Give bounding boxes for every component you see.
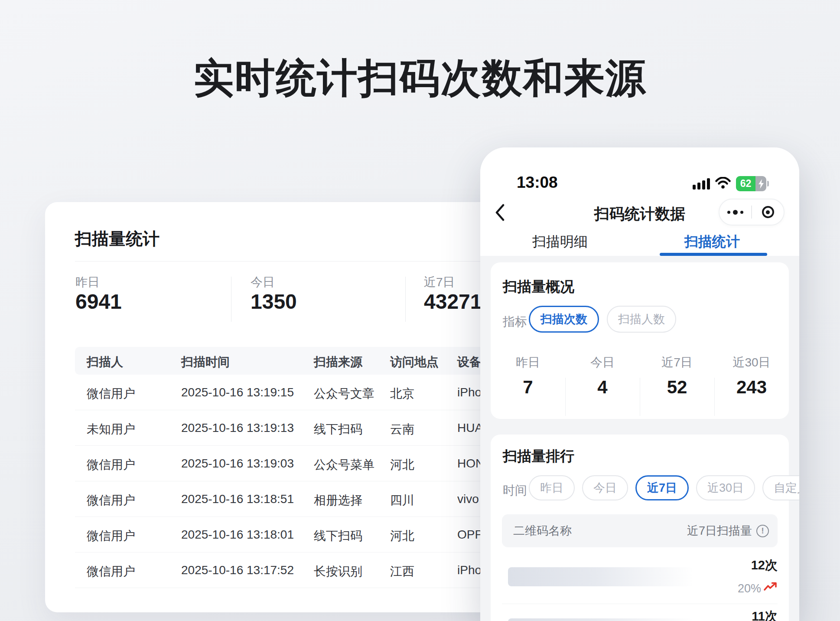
more-button[interactable] <box>720 199 751 225</box>
col-header-time: 扫描时间 <box>181 354 230 370</box>
row-divider <box>502 604 778 604</box>
trend-up-icon <box>764 582 778 595</box>
cell-time: 2025-10-16 13:19:15 <box>181 386 294 399</box>
ranking-table-header: 二维码名称 近7日扫描量 <box>502 514 778 547</box>
close-minimize-button[interactable] <box>752 199 784 225</box>
cell-time: 2025-10-16 13:18:01 <box>181 528 294 542</box>
scan-ranking-card: 扫描量排行 时间 昨日 今日 近7日 近30日 自定义 二维码名称 近7日扫描量… <box>491 435 789 621</box>
cell-source: 线下扫码 <box>314 421 362 438</box>
table-row: 微信用户 2025-10-16 13:18:51 相册选择 四川 vivo <box>75 481 511 517</box>
charging-bolt-icon <box>755 176 766 191</box>
cell-source: 公众号菜单 <box>314 457 374 473</box>
stat-divider <box>565 378 566 416</box>
stat-divider <box>405 277 406 322</box>
page-title: 实时统计扫码次数和来源 <box>0 51 840 106</box>
cell-location: 江西 <box>390 563 414 580</box>
col-header-scan-volume: 近7日扫描量 <box>687 523 752 539</box>
stat-value-yesterday: 6941 <box>75 290 122 314</box>
time-option-yesterday[interactable]: 昨日 <box>529 475 575 500</box>
trend: 20% <box>738 582 778 595</box>
cell-source: 长按识别 <box>314 563 362 580</box>
table-row: 微信用户 2025-10-16 13:17:52 长按识别 江西 iPhone <box>75 552 511 588</box>
cell-scanner: 微信用户 <box>87 457 135 473</box>
stat-label-today: 今日 <box>251 274 275 291</box>
cell-source: 公众号文章 <box>314 386 374 402</box>
col-header-device: 设备 <box>457 354 482 370</box>
title-divider <box>75 261 511 261</box>
col-header-qrcode-name: 二维码名称 <box>513 523 572 539</box>
desktop-panel-title: 扫描量统计 <box>75 227 160 251</box>
time-options: 昨日 今日 近7日 近30日 自定义 <box>529 475 799 500</box>
stat-divider <box>231 277 231 322</box>
desktop-stats-panel: 扫描量统计 昨日 6941 今日 1350 近7日 43271 扫描人 扫描时间… <box>45 202 511 612</box>
battery-icon: 62 <box>736 176 769 191</box>
trend-percent: 20% <box>738 582 761 595</box>
miniprogram-capsule <box>719 199 785 226</box>
time-option-custom[interactable]: 自定义 <box>762 475 799 500</box>
cell-scanner: 微信用户 <box>87 528 135 544</box>
cell-scanner: 微信用户 <box>87 386 135 402</box>
cell-location: 云南 <box>390 421 414 438</box>
cell-time: 2025-10-16 13:19:13 <box>181 421 294 435</box>
metric-label: 指标 <box>503 314 527 330</box>
qrcode-name-placeholder <box>508 567 701 586</box>
time-option-last30days[interactable]: 近30日 <box>696 475 755 500</box>
cell-location: 北京 <box>390 386 414 402</box>
phone-header: 13:08 62 <box>480 147 799 256</box>
time-option-last7days[interactable]: 近7日 <box>635 475 689 500</box>
stat-yesterday: 昨日 7 <box>491 354 565 398</box>
cell-location: 河北 <box>390 457 414 473</box>
table-row: 微信用户 2025-10-16 13:18:01 线下扫码 河北 OPPO <box>75 517 511 552</box>
battery-percent: 62 <box>736 176 755 191</box>
metric-option-scan-count[interactable]: 扫描次数 <box>529 306 599 333</box>
tab-scan-stats[interactable]: 扫描统计 <box>669 232 755 252</box>
stat-divider <box>714 378 715 416</box>
time-label: 时间 <box>503 482 527 499</box>
stat-label-yesterday: 昨日 <box>75 274 100 291</box>
table-row: 微信用户 2025-10-16 13:19:03 公众号菜单 河北 HONOR <box>75 446 511 481</box>
cell-device: vivo <box>457 492 479 506</box>
wifi-icon <box>715 177 731 191</box>
tab-scan-detail[interactable]: 扫描明细 <box>521 232 599 252</box>
stat-last30days: 近30日 243 <box>714 354 789 398</box>
col-header-source: 扫描来源 <box>314 354 362 370</box>
cell-scanner: 未知用户 <box>87 421 135 438</box>
cellular-signal-icon <box>693 178 710 190</box>
stat-value-today: 1350 <box>251 290 297 314</box>
status-time: 13:08 <box>517 173 558 192</box>
scan-count: 11次 <box>752 608 778 621</box>
stat-today: 今日 4 <box>565 354 640 398</box>
stat-last7days: 近7日 52 <box>640 354 714 398</box>
scan-overview-card: 扫描量概况 指标 扫描次数 扫描人数 昨日 7 今日 4 近7日 52 <box>491 262 789 419</box>
info-icon[interactable] <box>756 525 769 537</box>
table-header-row: 扫描人 扫描时间 扫描来源 访问地点 设备 <box>75 347 511 375</box>
time-option-today[interactable]: 今日 <box>582 475 628 500</box>
col-header-location: 访问地点 <box>390 354 439 370</box>
stat-label-last7days: 近7日 <box>424 274 455 291</box>
phone-mockup: 13:08 62 <box>480 147 799 621</box>
ranking-title: 扫描量排行 <box>503 447 574 466</box>
qrcode-name-placeholder <box>508 618 701 621</box>
cell-location: 河北 <box>390 528 414 544</box>
active-tab-underline <box>660 253 767 256</box>
metric-option-scan-people[interactable]: 扫描人数 <box>607 306 676 333</box>
status-icons: 62 <box>693 176 769 191</box>
stat-divider <box>640 378 640 416</box>
table-row: 未知用户 2025-10-16 13:19:13 线下扫码 云南 HUAWEI <box>75 410 511 446</box>
metric-options: 扫描次数 扫描人数 <box>529 306 676 333</box>
stat-value-last7days: 43271 <box>424 290 482 314</box>
cell-source: 线下扫码 <box>314 528 362 544</box>
cell-source: 相册选择 <box>314 492 362 509</box>
col-header-scanner: 扫描人 <box>87 354 123 370</box>
cell-time: 2025-10-16 13:18:51 <box>181 492 294 506</box>
scan-count: 12次 <box>751 557 778 574</box>
table-row: 微信用户 2025-10-16 13:19:15 公众号文章 北京 iPhone <box>75 375 511 410</box>
overview-title: 扫描量概况 <box>503 277 574 297</box>
cell-time: 2025-10-16 13:17:52 <box>181 563 294 577</box>
page: 实时统计扫码次数和来源 扫描量统计 昨日 6941 今日 1350 近7日 43… <box>0 0 840 621</box>
cell-time: 2025-10-16 13:19:03 <box>181 457 294 471</box>
more-dots-icon <box>727 210 743 215</box>
target-circle-icon <box>762 206 774 218</box>
cell-location: 四川 <box>390 492 414 509</box>
cell-scanner: 微信用户 <box>87 563 135 580</box>
